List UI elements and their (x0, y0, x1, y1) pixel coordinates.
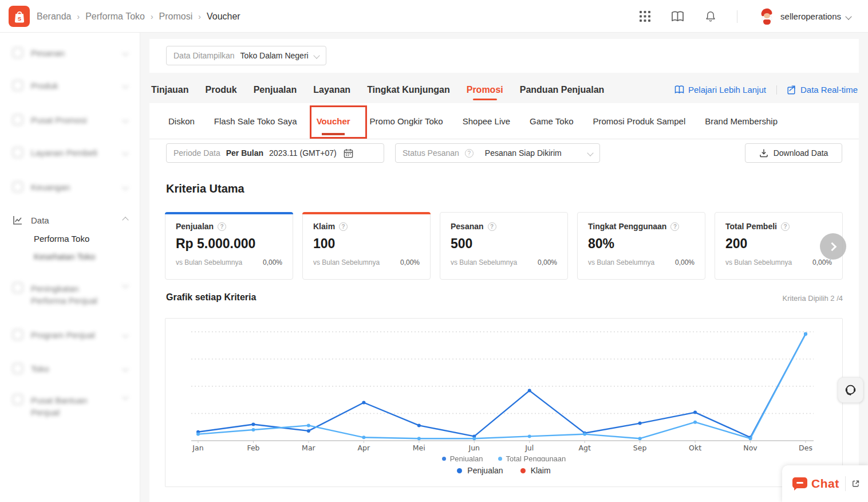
support-headset-button[interactable] (838, 377, 863, 403)
chevron-down-icon (122, 365, 128, 371)
data-point (196, 433, 200, 436)
data-point (472, 437, 476, 440)
status-label: Status Pesanan (403, 148, 459, 158)
sidebar-item-produk[interactable]: Produk (0, 77, 140, 94)
download-icon (759, 148, 768, 158)
sidebar-item-pusat-bantuan-penjual[interactable]: Pusat Bantuan Penjual (0, 393, 140, 422)
help-question-icon[interactable]: ? (465, 149, 474, 158)
help-question-icon[interactable]: ? (488, 222, 496, 231)
sidebar-item-pusat-promosi[interactable]: Pusat Promosi (0, 111, 140, 128)
book-icon (674, 85, 684, 94)
display-filter-select[interactable]: Data Ditampilkan Toko Dalam Negeri (166, 46, 326, 65)
kriteria-card-klaim[interactable]: Klaim?100vs Bulan Sebelumnya0,00% (302, 212, 431, 280)
tab-promosi[interactable]: Promosi (466, 76, 504, 103)
kriteria-card-tingkat-penggunaan[interactable]: Tingkat Penggunaan?80%vs Bulan Sebelumny… (577, 212, 705, 280)
menu-icon (13, 147, 23, 158)
main-tabs: TinjauanProdukPenjualanLayananTingkat Ku… (149, 76, 859, 103)
breadcrumb-item-performa-toko[interactable]: Performa Toko (85, 11, 145, 22)
tab-tingkat-kunjungan[interactable]: Tingkat Kunjungan (366, 76, 451, 103)
tab-panduan-penjualan[interactable]: Panduan Penjualan (519, 76, 605, 103)
notification-bell-icon[interactable] (705, 10, 716, 22)
data-point (417, 437, 421, 440)
periode-label: Periode Data (173, 148, 220, 158)
sidebar-subitem-kesehatan-toko[interactable]: Kesehatan Toko (34, 252, 95, 261)
chat-bubble-icon (792, 477, 806, 490)
help-question-icon[interactable]: ? (339, 222, 348, 231)
data-point (638, 437, 642, 440)
help-question-icon[interactable]: ? (781, 222, 790, 231)
sidebar-item-label: Keuangan (31, 182, 70, 192)
subtab-shopee-live[interactable]: Shopee Live (463, 103, 510, 139)
subtab-flash-sale-toko-saya[interactable]: Flash Sale Toko Saya (214, 103, 297, 139)
status-value: Pesanan Siap Dikirim (485, 148, 562, 158)
card-accent-bar (165, 212, 293, 214)
subtab-promo-ongkir-toko[interactable]: Promo Ongkir Toko (370, 103, 443, 139)
data-point (638, 422, 642, 425)
subtab-brand-membership[interactable]: Brand Membership (705, 103, 778, 139)
breadcrumb-item-beranda[interactable]: Beranda (37, 11, 72, 22)
chevron-down-icon (587, 150, 593, 156)
breadcrumb-item-promosi[interactable]: Promosi (159, 11, 193, 22)
sidebar-item-layanan-pembeli[interactable]: Layanan Pembeli (0, 144, 140, 161)
learn-more-label: Pelajari Lebih Lanjut (688, 85, 766, 95)
legend-item-penjualan[interactable]: Penjualan (442, 456, 483, 461)
x-tick-label: Jan (192, 444, 203, 452)
sidebar-item-peningkatan-performa-penjual[interactable]: Peningkatan Performa Penjual (0, 281, 140, 310)
legend-item-klaim[interactable]: Klaim (520, 466, 551, 475)
tab-produk[interactable]: Produk (205, 76, 238, 103)
svg-text:S: S (17, 15, 21, 21)
popout-icon[interactable] (851, 479, 860, 489)
kriteria-card-pesanan[interactable]: Pesanan?500vs Bulan Sebelumnya0,00% (440, 212, 568, 280)
breadcrumb-separator: › (151, 12, 153, 21)
sidebar-item-data[interactable]: Data (0, 211, 140, 229)
tab-penjualan[interactable]: Penjualan (253, 76, 298, 103)
sidebar-item-program-penjual[interactable]: Program Penjual (0, 326, 140, 343)
legend-dot (520, 468, 526, 473)
calendar-icon (344, 148, 353, 158)
status-pesanan-select[interactable]: Status Pesanan ? Pesanan Siap Dikirim (395, 143, 600, 163)
data-realtime-link[interactable]: Data Real-time (787, 85, 858, 95)
card-vs-label: vs Bulan Sebelumnya (176, 258, 242, 266)
shopee-logo[interactable]: S (9, 6, 30, 27)
breadcrumb-item-voucher[interactable]: Voucher (207, 11, 240, 22)
legend-item-total-penggunaan[interactable]: Total Penggunaan (498, 456, 566, 461)
subtab-diskon[interactable]: Diskon (168, 103, 195, 139)
chat-widget[interactable]: Chat (782, 465, 868, 502)
sidebar-item-toko[interactable]: Toko (0, 360, 140, 377)
learn-more-link[interactable]: Pelajari Lebih Lanjut (674, 85, 766, 95)
cards-next-arrow-button[interactable] (820, 233, 846, 260)
chat-label: Chat (811, 477, 839, 491)
card-vs-value: 0,00% (263, 258, 282, 266)
sidebar-item-pesanan[interactable]: Pesanan (0, 44, 140, 61)
tab-layanan[interactable]: Layanan (313, 76, 351, 103)
chevron-down-icon (122, 116, 128, 123)
kriteria-card-penjualan[interactable]: Penjualan?Rp 5.000.000vs Bulan Sebelumny… (165, 212, 293, 280)
periode-mode: Per Bulan (226, 148, 263, 158)
card-value: 100 (313, 236, 420, 252)
headset-icon (843, 382, 858, 398)
card-label: Total Pembeli (725, 222, 777, 231)
legend-item-penjualan[interactable]: Penjualan (457, 466, 503, 475)
legend-label: Penjualan (467, 466, 503, 475)
links-divider (776, 85, 777, 95)
subtab-voucher[interactable]: Voucher (317, 103, 350, 139)
education-book-icon[interactable] (671, 11, 684, 22)
subtabs: DiskonFlash Sale Toko SayaVoucherPromo O… (149, 103, 859, 139)
menu-icon (13, 330, 23, 340)
help-question-icon[interactable]: ? (670, 222, 679, 231)
sidebar-subitem-performa-toko[interactable]: Performa Toko (34, 234, 89, 244)
card-label: Pesanan (451, 222, 484, 231)
legend-dot (442, 457, 446, 461)
help-question-icon[interactable]: ? (218, 222, 226, 231)
subtab-promosi-produk-sampel[interactable]: Promosi Produk Sampel (593, 103, 686, 139)
tab-tinjauan[interactable]: Tinjauan (151, 76, 190, 103)
subtab-game-toko[interactable]: Game Toko (530, 103, 573, 139)
apps-grid-icon[interactable] (640, 11, 650, 22)
sidebar-item-keuangan[interactable]: Keuangan (0, 178, 140, 195)
chevron-down-icon (313, 52, 319, 58)
periode-data-select[interactable]: Periode Data Per Bulan 2023.11 (GMT+07) (166, 143, 384, 163)
data-point (583, 433, 586, 436)
sidebar-item-label: Program Penjual (31, 330, 95, 340)
download-data-button[interactable]: Download Data (745, 143, 842, 163)
user-menu[interactable]: selleroperations (758, 8, 851, 25)
